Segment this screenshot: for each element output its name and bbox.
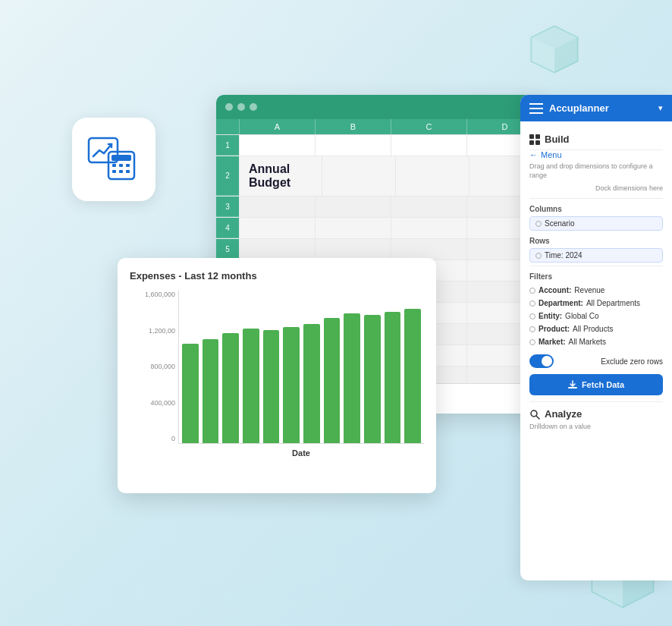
table-row: 3 — [216, 197, 542, 218]
spreadsheet-title: Annual Budget — [239, 156, 322, 196]
exclude-zero-label: Exclude zero rows — [601, 357, 663, 366]
col-header-a: A — [239, 119, 315, 134]
svg-rect-19 — [119, 170, 123, 173]
cell-5c — [391, 239, 466, 260]
bar-8 — [344, 313, 360, 443]
filter-market-value: All Markets — [569, 338, 606, 346]
divider-1 — [529, 198, 663, 199]
bar-4 — [263, 330, 280, 443]
filter-account-value: Revenue — [574, 286, 604, 294]
table-row: 4 — [216, 218, 542, 239]
cell-2c — [395, 156, 469, 196]
filter-entity-value: Global Co — [565, 312, 598, 320]
rows-tag[interactable]: Time: 2024 — [529, 248, 663, 263]
drag-hint: Drag and drop dimensions to configure a … — [529, 162, 663, 180]
rows-label: Rows — [529, 237, 663, 245]
table-row: 1 — [216, 135, 542, 156]
table-row: 2 Annual Budget — [216, 156, 542, 197]
panel-chevron-icon[interactable]: ▾ — [658, 103, 663, 113]
chart-card: Expenses - Last 12 months 1,600,000 1,20… — [118, 258, 436, 493]
bar-1 — [203, 339, 219, 443]
exclude-zero-row: Exclude zero rows — [529, 354, 663, 368]
cell-4c — [391, 218, 466, 238]
window-dot-3 — [250, 103, 257, 111]
svg-rect-18 — [112, 170, 116, 173]
svg-rect-22 — [529, 108, 543, 109]
bar-10 — [385, 312, 401, 443]
tag-dot-time — [535, 253, 542, 259]
svg-rect-21 — [529, 103, 543, 105]
filter-dot-product — [529, 326, 535, 332]
build-icon — [529, 134, 540, 145]
cell-5a — [239, 239, 315, 260]
window-dot-2 — [237, 103, 245, 111]
columns-label: Columns — [529, 205, 663, 213]
svg-rect-27 — [535, 140, 540, 145]
bar-11 — [404, 309, 421, 443]
row-num-5: 5 — [216, 239, 239, 260]
analyze-label: Analyze — [545, 408, 582, 420]
filter-product-value: All Products — [573, 325, 613, 333]
svg-rect-17 — [126, 164, 130, 167]
deco-cube-top-right — [528, 23, 581, 76]
bar-0 — [182, 344, 199, 443]
y-label-5: 1,600,000 — [130, 291, 175, 298]
filter-product: Product: All Products — [529, 322, 663, 335]
divider-3 — [529, 401, 663, 402]
svg-rect-28 — [568, 387, 577, 388]
svg-rect-20 — [126, 170, 130, 173]
y-label-1: 0 — [130, 435, 175, 442]
filter-account: Account: Revenue — [529, 284, 663, 297]
back-arrow-icon: ← — [529, 150, 538, 159]
bar-9 — [364, 315, 381, 443]
filter-entity: Entity: Global Co — [529, 310, 663, 322]
panel-header-left: Accuplanner — [529, 102, 609, 114]
row-num-1: 1 — [216, 135, 239, 156]
filter-dot-dept — [529, 300, 535, 307]
app-icon-svg — [87, 137, 140, 182]
filters-label: Filters — [529, 272, 663, 281]
filter-market: Market: All Markets — [529, 335, 663, 348]
cell-1c — [391, 135, 466, 156]
back-link[interactable]: ← Menu — [529, 150, 663, 159]
cell-4b — [315, 218, 391, 238]
cell-5b — [315, 239, 391, 260]
divider-2 — [529, 266, 663, 266]
svg-rect-24 — [529, 134, 534, 139]
analyze-title: Analyze — [529, 408, 663, 420]
filter-account-key: Account: — [539, 286, 571, 294]
filter-dot-account — [529, 288, 535, 294]
filter-product-key: Product: — [539, 325, 570, 333]
filter-dot-market — [529, 339, 535, 345]
cell-3c — [391, 197, 466, 217]
exclude-zero-toggle[interactable] — [529, 354, 554, 368]
row-num-2: 2 — [216, 156, 239, 196]
app-icon-inner — [87, 137, 140, 182]
cell-4a — [239, 218, 315, 238]
bar-2 — [222, 333, 239, 443]
fetch-icon — [568, 380, 577, 389]
right-panel: Accuplanner ▾ Build ← Menu Drag and drop… — [520, 95, 672, 580]
back-link-label: Menu — [541, 150, 562, 159]
build-row: Build — [529, 129, 663, 150]
menu-lines-icon — [529, 103, 543, 114]
fetch-data-button[interactable]: Fetch Data — [529, 374, 663, 395]
bar-5 — [283, 327, 300, 443]
svg-rect-23 — [529, 112, 543, 114]
svg-rect-16 — [119, 164, 123, 167]
spreadsheet-header-row: A B C D — [216, 119, 542, 135]
panel-title: Accuplanner — [549, 102, 609, 114]
columns-tag-label: Scenario — [545, 219, 574, 228]
svg-rect-26 — [529, 140, 534, 145]
cell-3b — [315, 197, 391, 217]
row-num-header — [216, 119, 239, 134]
panel-body: Build ← Menu Drag and drop dimensions to… — [520, 121, 672, 574]
columns-tag[interactable]: Scenario — [529, 216, 663, 231]
svg-rect-15 — [112, 164, 116, 167]
bar-6 — [303, 324, 320, 443]
cell-1a — [239, 135, 315, 156]
tag-dot-scenario — [535, 221, 542, 227]
filter-market-key: Market: — [539, 338, 566, 346]
cell-1b — [315, 135, 391, 156]
search-icon — [529, 409, 540, 420]
